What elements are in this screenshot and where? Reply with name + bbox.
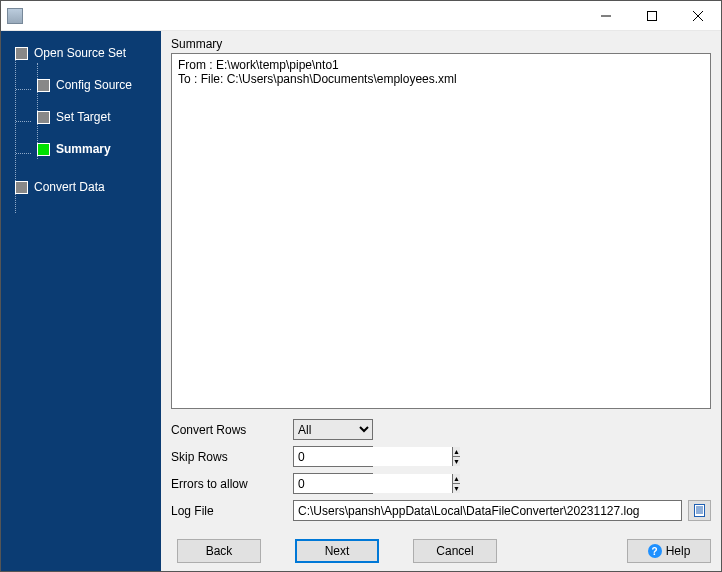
row-log-file: Log File [171, 500, 711, 521]
tree-item-summary[interactable]: Summary [7, 137, 161, 161]
row-skip-rows: Skip Rows ▲ ▼ [171, 446, 711, 467]
row-convert-rows: Convert Rows All [171, 419, 711, 440]
cancel-button[interactable]: Cancel [413, 539, 497, 563]
titlebar [1, 1, 721, 31]
tree-item-label: Set Target [56, 110, 110, 124]
skip-rows-label: Skip Rows [171, 450, 293, 464]
convert-rows-label: Convert Rows [171, 423, 293, 437]
skip-rows-spinner[interactable]: ▲ ▼ [293, 446, 373, 467]
back-button[interactable]: Back [177, 539, 261, 563]
help-button[interactable]: ? Help [627, 539, 711, 563]
maximize-button[interactable] [629, 1, 675, 31]
row-errors-allow: Errors to allow ▲ ▼ [171, 473, 711, 494]
sidebar: Open Source Set Config Source Set Target… [1, 31, 161, 571]
document-icon [693, 504, 706, 517]
options-panel: Convert Rows All Skip Rows ▲ ▼ Errors to… [171, 419, 711, 527]
skip-rows-input[interactable] [294, 447, 452, 466]
minimize-button[interactable] [583, 1, 629, 31]
window-controls [583, 1, 721, 31]
errors-allow-label: Errors to allow [171, 477, 293, 491]
svg-rect-1 [648, 11, 657, 20]
errors-allow-input[interactable] [294, 474, 452, 493]
app-icon [7, 8, 23, 24]
errors-allow-spinner[interactable]: ▲ ▼ [293, 473, 373, 494]
tree-item-convert-data[interactable]: Convert Data [7, 175, 161, 199]
tree-item-label: Summary [56, 142, 111, 156]
tree-node-icon [37, 79, 50, 92]
help-icon: ? [648, 544, 662, 558]
tree-item-set-target[interactable]: Set Target [7, 105, 161, 129]
tree-item-open-source-set[interactable]: Open Source Set [7, 41, 161, 65]
spinner-down-icon[interactable]: ▼ [453, 484, 460, 493]
tree-node-icon [15, 181, 28, 194]
tree-item-config-source[interactable]: Config Source [7, 73, 161, 97]
wizard-tree: Open Source Set Config Source Set Target… [1, 41, 161, 199]
button-row: Back Next Cancel ? Help [171, 539, 711, 563]
log-file-label: Log File [171, 504, 293, 518]
log-file-browse-button[interactable] [688, 500, 711, 521]
convert-rows-select[interactable]: All [293, 419, 373, 440]
tree-node-icon [37, 111, 50, 124]
content: Open Source Set Config Source Set Target… [1, 31, 721, 571]
tree-item-label: Open Source Set [34, 46, 126, 60]
spinner-up-icon[interactable]: ▲ [453, 447, 460, 457]
spinner-up-icon[interactable]: ▲ [453, 474, 460, 484]
tree-node-icon [37, 143, 50, 156]
tree-item-label: Convert Data [34, 180, 105, 194]
close-button[interactable] [675, 1, 721, 31]
tree-node-icon [15, 47, 28, 60]
main-panel: Summary From : E:\work\temp\pipe\nto1 To… [161, 31, 721, 571]
tree-item-label: Config Source [56, 78, 132, 92]
next-button[interactable]: Next [295, 539, 379, 563]
log-file-input[interactable] [293, 500, 682, 521]
summary-text[interactable]: From : E:\work\temp\pipe\nto1 To : File:… [171, 53, 711, 409]
spinner-down-icon[interactable]: ▼ [453, 457, 460, 466]
summary-label: Summary [171, 37, 711, 51]
